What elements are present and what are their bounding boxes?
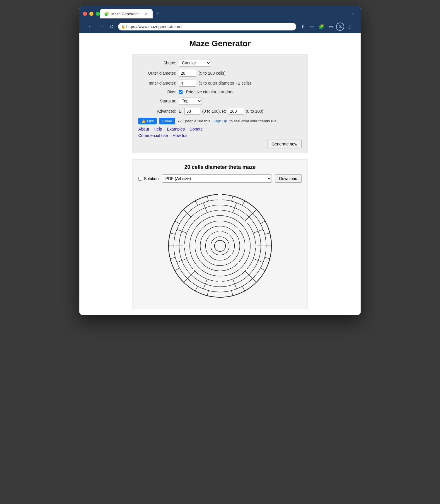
svg-rect-78	[200, 261, 202, 266]
svg-rect-88	[191, 217, 194, 220]
page-content: Maze Generator Shape: Circular Rectangul…	[79, 33, 361, 315]
shape-label: Shape:	[138, 61, 176, 65]
download-format-select[interactable]: PDF (A4 size) PDF (Letter size) SVG PNG	[162, 174, 272, 183]
share-icon[interactable]: ⬆	[299, 23, 307, 31]
svg-line-29	[170, 233, 175, 234]
svg-rect-72	[218, 259, 222, 260]
svg-line-33	[207, 196, 209, 201]
fb-signup-hint: to see what your friends like.	[229, 119, 278, 123]
generate-button[interactable]: Generate new	[267, 140, 302, 148]
fb-like-button[interactable]: 👍 Like	[138, 118, 157, 124]
svg-line-51	[233, 208, 235, 213]
svg-rect-84	[246, 269, 249, 272]
svg-line-39	[258, 260, 263, 263]
fb-share-button[interactable]: Share	[159, 118, 175, 124]
svg-line-48	[187, 213, 191, 217]
tab-close-button[interactable]: ✕	[144, 11, 149, 16]
svg-rect-75	[245, 244, 246, 248]
svg-line-13	[253, 210, 256, 213]
svg-line-11	[231, 196, 233, 201]
e-label: E:	[179, 109, 183, 114]
address-bar: ← → ↺ 🔒 ⬆ ☆ 🧩 ▭ 𝕏 ⋮	[83, 21, 357, 33]
svg-line-44	[187, 275, 191, 279]
svg-line-14	[260, 221, 265, 224]
active-tab[interactable]: 🧩 Maze Generator ✕	[100, 9, 153, 18]
browser-view-icon[interactable]: ▭	[327, 23, 335, 31]
commercial-link[interactable]: Commercial use	[138, 133, 168, 138]
svg-line-20	[242, 286, 245, 291]
fb-signup-link[interactable]: Sign Up	[214, 119, 227, 123]
close-button[interactable]	[83, 12, 87, 16]
svg-rect-92	[174, 244, 175, 248]
svg-line-35	[235, 203, 237, 208]
bookmark-icon[interactable]: ☆	[308, 23, 316, 31]
help-link[interactable]: Help	[154, 127, 162, 131]
svg-line-55	[253, 259, 258, 261]
svg-line-49	[203, 203, 205, 208]
inner-diameter-label: Inner diameter:	[138, 81, 176, 85]
menu-icon[interactable]: ⋮	[345, 23, 354, 31]
svg-line-25	[184, 278, 187, 282]
svg-rect-80	[200, 226, 202, 230]
fb-row: 👍 Like Share 771 people like this. Sign …	[138, 118, 302, 124]
address-wrapper: 🔒	[118, 23, 296, 30]
solution-checkbox[interactable]	[138, 177, 142, 181]
svg-point-4	[190, 215, 250, 276]
howtos-link[interactable]: How tos	[173, 133, 187, 138]
tabs-row: 🧩 Maze Generator ✕ +	[100, 9, 162, 18]
svg-rect-83	[255, 244, 257, 248]
starts-at-select[interactable]: Top Bottom Left Right	[179, 97, 202, 105]
bias-text: Prioritize circular corridors	[186, 90, 233, 94]
outer-diameter-input[interactable]	[179, 70, 196, 77]
svg-line-65	[205, 208, 207, 213]
back-button[interactable]: ←	[86, 23, 95, 31]
svg-line-47	[177, 229, 182, 231]
outer-diameter-hint: (5 to 200 cells)	[199, 71, 226, 76]
control-panel: Shape: Circular Rectangular Triangular H…	[132, 54, 308, 153]
reload-button[interactable]: ↺	[108, 23, 116, 31]
svg-rect-67	[218, 230, 222, 232]
links-row: About Help Examples Donate	[138, 127, 302, 131]
svg-rect-77	[218, 271, 222, 272]
minimize-button[interactable]	[89, 12, 93, 16]
bias-checkbox[interactable]	[179, 90, 183, 94]
starts-at-label: Starts at:	[138, 99, 176, 103]
forward-button[interactable]: →	[97, 23, 105, 31]
tab-overflow-button[interactable]: ⌄	[349, 9, 357, 17]
r-hint: (0 to 100)	[246, 109, 263, 114]
svg-line-40	[249, 275, 253, 279]
svg-line-23	[207, 291, 209, 296]
x-badge[interactable]: 𝕏	[336, 23, 344, 31]
r-input[interactable]	[228, 108, 244, 115]
svg-rect-74	[238, 226, 239, 230]
browser-chrome: 🧩 Maze Generator ✕ + ⌄ ← → ↺ 🔒 ⬆ ☆ 🧩 ▭	[79, 6, 361, 33]
extensions-icon[interactable]: 🧩	[317, 23, 325, 31]
svg-rect-69	[211, 244, 212, 248]
maximize-button[interactable]	[96, 12, 100, 16]
new-tab-button[interactable]: +	[154, 9, 162, 18]
svg-point-9	[214, 240, 226, 251]
solution-label: Solution	[138, 176, 159, 181]
svg-line-59	[205, 279, 207, 284]
address-input[interactable]	[118, 23, 296, 30]
svg-rect-90	[263, 244, 265, 248]
svg-line-26	[175, 268, 180, 271]
e-input[interactable]	[184, 108, 200, 115]
generate-row: Generate new	[138, 140, 302, 148]
bias-label: Bias:	[138, 90, 176, 94]
svg-rect-79	[194, 244, 195, 248]
title-bar: 🧩 Maze Generator ✕ + ⌄	[83, 9, 357, 18]
donate-link[interactable]: Donate	[190, 127, 203, 131]
svg-line-32	[195, 201, 198, 206]
shape-select[interactable]: Circular Rectangular Triangular Hexagona…	[179, 59, 211, 67]
svg-line-21	[231, 291, 233, 296]
inner-diameter-input[interactable]	[179, 80, 196, 87]
tab-favicon: 🧩	[104, 11, 109, 16]
svg-line-53	[253, 231, 258, 233]
svg-line-36	[249, 213, 253, 217]
examples-link[interactable]: Examples	[167, 127, 185, 131]
svg-line-45	[177, 260, 182, 263]
about-link[interactable]: About	[138, 127, 149, 131]
advanced-controls: E: (0 to 100), R: (0 to 100)	[179, 108, 263, 115]
download-button[interactable]: Download	[275, 174, 302, 183]
